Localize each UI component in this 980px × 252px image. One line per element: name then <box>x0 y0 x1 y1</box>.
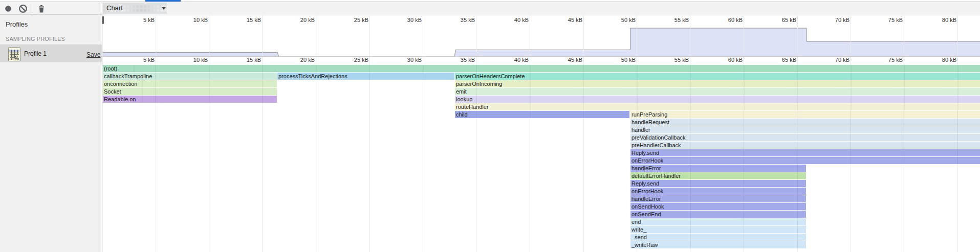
svg-text:%: % <box>14 56 19 61</box>
